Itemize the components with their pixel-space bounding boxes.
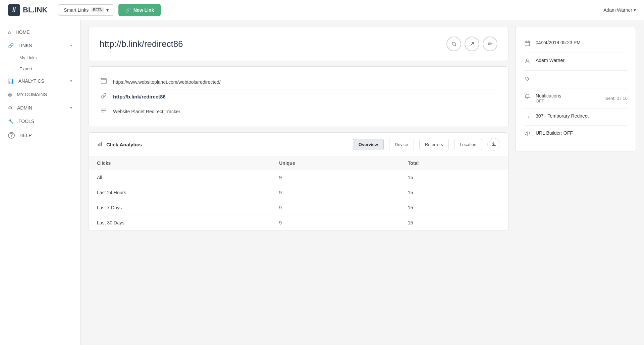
cell-unique: 9 bbox=[271, 185, 400, 200]
title-icon bbox=[100, 108, 108, 115]
sidebar-item-analytics[interactable]: 📊 ANALYTICS ▾ bbox=[0, 74, 80, 88]
help-icon: ? bbox=[8, 132, 15, 139]
short-link-row: http://b.link/redirect86 bbox=[100, 89, 497, 104]
analytics-title: Click Analytics bbox=[97, 141, 142, 148]
beta-badge: BETA bbox=[91, 7, 103, 12]
tab-overview[interactable]: Overview bbox=[353, 139, 384, 150]
sidebar-item-links[interactable]: 🔗 LINKS ▾ bbox=[0, 39, 80, 52]
browser-icon bbox=[100, 78, 108, 86]
sidebar-item-my-links[interactable]: My Links bbox=[0, 52, 80, 63]
sidebar: ⌂ HOME 🔗 LINKS ▾ My Links Export 📊 ANALY… bbox=[0, 20, 80, 345]
svg-rect-5 bbox=[98, 144, 99, 146]
calendar-icon bbox=[524, 40, 531, 48]
link-header-card: http://b.link/redirect86 ⧉ ↗ ✏ bbox=[89, 27, 508, 61]
cell-label: Last 7 Days bbox=[89, 200, 271, 215]
link-actions: ⧉ ↗ ✏ bbox=[446, 37, 497, 51]
edit-link-button[interactable]: ✏ bbox=[483, 37, 497, 51]
edit-icon: ✏ bbox=[488, 40, 493, 48]
open-link-button[interactable]: ↗ bbox=[465, 37, 479, 51]
bell-icon bbox=[524, 93, 531, 101]
notifications-status: OFF bbox=[536, 98, 561, 104]
download-icon bbox=[491, 141, 496, 148]
link-icon: 🔗 bbox=[125, 7, 131, 13]
cell-unique: 9 bbox=[271, 215, 400, 230]
user-menu[interactable]: Adam Warner ▾ bbox=[603, 7, 636, 13]
short-link: http://b.link/redirect86 bbox=[113, 94, 166, 99]
bar-chart-icon: 📊 bbox=[8, 78, 14, 84]
chevron-down-icon: ▾ bbox=[634, 7, 636, 13]
owner-row: Adam Warner bbox=[524, 53, 628, 71]
logo-text: BL.INK bbox=[23, 6, 47, 14]
tab-referrers[interactable]: Referrers bbox=[419, 139, 449, 150]
sidebar-item-admin[interactable]: ⚙ ADMIN ▾ bbox=[0, 101, 80, 115]
copy-link-button[interactable]: ⧉ bbox=[446, 37, 461, 51]
content-area: http://b.link/redirect86 ⧉ ↗ ✏ bbox=[89, 27, 508, 338]
chevron-down-icon: ▾ bbox=[70, 106, 72, 110]
redirect-type: 307 - Temporary Redirect bbox=[536, 113, 589, 119]
svg-rect-8 bbox=[525, 41, 530, 46]
chevron-down-icon: ▾ bbox=[70, 79, 72, 83]
cell-label: Last 24 Hours bbox=[89, 185, 271, 200]
cell-unique: 9 bbox=[271, 200, 400, 215]
destination-url-row: https://www.websiteplanet.com/webtools/r… bbox=[100, 75, 497, 89]
table-row: Last 24 Hours 9 15 bbox=[89, 185, 508, 200]
logo-icon: // bbox=[8, 4, 20, 16]
table-row: Last 7 Days 9 15 bbox=[89, 200, 508, 215]
link-icon bbox=[100, 93, 108, 100]
logo: // BL.INK bbox=[8, 4, 47, 16]
download-button[interactable] bbox=[487, 138, 500, 151]
tab-device[interactable]: Device bbox=[389, 139, 414, 150]
cell-label: All bbox=[89, 170, 271, 185]
link-title: Website Planet Redirect Tracker bbox=[113, 109, 180, 114]
smart-links-label: Smart Links bbox=[64, 7, 89, 13]
sidebar-item-my-domains[interactable]: ◎ MY DOMAINS bbox=[0, 88, 80, 101]
table-row: Last 30 Days 9 15 bbox=[89, 215, 508, 230]
col-unique: Unique bbox=[271, 156, 400, 170]
layout: ⌂ HOME 🔗 LINKS ▾ My Links Export 📊 ANALY… bbox=[0, 20, 644, 345]
url-builder-status: URL Builder: OFF bbox=[536, 130, 573, 136]
sidebar-item-help[interactable]: ? HELP bbox=[0, 128, 80, 143]
sidebar-item-export[interactable]: Export bbox=[0, 63, 80, 74]
created-date: 04/24/2019 05:23 PM bbox=[536, 40, 581, 45]
sidebar-item-tools[interactable]: 🔧 TOOLS bbox=[0, 115, 80, 128]
cell-total: 15 bbox=[400, 200, 508, 215]
right-panel: 04/24/2019 05:23 PM Adam Warner bbox=[515, 27, 636, 151]
link-url-title: http://b.link/redirect86 bbox=[100, 39, 183, 49]
cell-unique: 9 bbox=[271, 170, 400, 185]
svg-rect-6 bbox=[100, 143, 101, 146]
url-builder-row: URL Builder: OFF bbox=[524, 126, 628, 143]
chevron-down-icon: ▾ bbox=[70, 43, 72, 48]
main-content: http://b.link/redirect86 ⧉ ↗ ✏ bbox=[80, 20, 644, 345]
copy-icon: ⧉ bbox=[452, 41, 456, 48]
svg-point-12 bbox=[526, 59, 528, 61]
notifications-content: Notifications OFF Sent: 0 / 10 bbox=[536, 93, 628, 104]
external-link-icon: ↗ bbox=[470, 40, 475, 48]
bar-chart-icon bbox=[97, 141, 103, 148]
header: // BL.INK Smart Links BETA ▾ 🔗 New Link … bbox=[0, 0, 644, 20]
sidebar-item-home[interactable]: ⌂ HOME bbox=[0, 25, 80, 39]
link-icon: 🔗 bbox=[8, 43, 14, 48]
clicks-table: Clicks Unique Total All 9 15 Last 24 Hou… bbox=[89, 156, 508, 230]
cell-total: 15 bbox=[400, 215, 508, 230]
tools-icon: 🔧 bbox=[8, 119, 14, 124]
home-icon: ⌂ bbox=[8, 29, 11, 35]
cell-label: Last 30 Days bbox=[89, 215, 271, 230]
arrow-icon: → bbox=[524, 114, 531, 121]
tag-icon bbox=[524, 76, 531, 83]
notifications-label: Notifications bbox=[536, 93, 561, 98]
redirect-type-row: → 307 - Temporary Redirect bbox=[524, 109, 628, 126]
table-row: All 9 15 bbox=[89, 170, 508, 185]
col-clicks: Clicks bbox=[89, 156, 271, 170]
user-icon bbox=[524, 58, 531, 66]
tags-row bbox=[524, 71, 628, 88]
tab-location[interactable]: Location bbox=[454, 139, 482, 150]
smart-links-button[interactable]: Smart Links BETA ▾ bbox=[58, 4, 114, 16]
owner-name: Adam Warner bbox=[536, 58, 565, 63]
sent-count: Sent: 0 / 10 bbox=[605, 96, 628, 101]
chevron-down-icon: ▾ bbox=[106, 7, 109, 13]
sidebar-links-submenu: My Links Export bbox=[0, 52, 80, 74]
svg-rect-0 bbox=[101, 78, 106, 84]
destination-url: https://www.websiteplanet.com/webtools/r… bbox=[113, 79, 221, 85]
new-link-button[interactable]: 🔗 New Link bbox=[118, 4, 161, 16]
domain-icon: ◎ bbox=[8, 92, 12, 97]
